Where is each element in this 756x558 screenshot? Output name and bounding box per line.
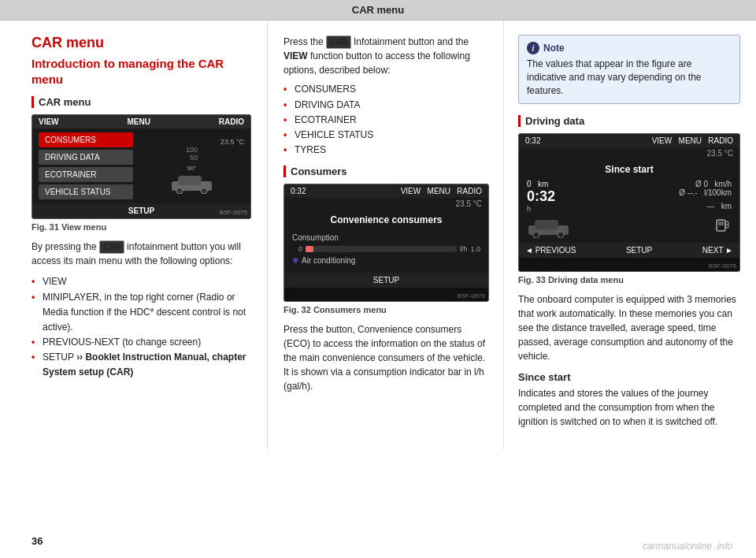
info-icon: i — [527, 42, 539, 54]
body-text-1: By pressing the CAR infotainment button … — [32, 240, 251, 268]
list-item: DRIVING DATA — [284, 98, 489, 113]
cons-content: Consumption 0 l/h 1.0 — [284, 229, 488, 273]
view-menu-screen: VIEW MENU RADIO CONSUMERS DRIVING DATA E… — [32, 114, 251, 219]
consumers-body: Press the button, Convenience consumers … — [284, 322, 489, 393]
options-list-middle: CONSUMERS DRIVING DATA ECOTRAINER VEHICL… — [284, 82, 489, 158]
list-item: MINIPLAYER, in the top right corner (Rad… — [32, 290, 251, 336]
fig32-text: Consumers menu — [313, 305, 387, 314]
cons-menu-labels: VIEW MENU RADIO — [401, 187, 482, 195]
bsf-label-fig31: B5F-0675 — [220, 209, 247, 216]
cons-title: Convenience consumers — [284, 210, 488, 229]
screen-topbar: VIEW MENU RADIO — [32, 115, 250, 128]
right-body-1: The onboard computer is equipped with 3 … — [518, 292, 740, 363]
screen-menu-area: CONSUMERS DRIVING DATA ECOTRAINER VEHICL… — [32, 128, 250, 203]
setup-label-consumers: SETUP — [373, 276, 399, 285]
drv-stats: 0 km 0:32 h Ø 0 km/h Ø --.- l/100km --- … — [527, 180, 732, 213]
drv-right-stats: Ø 0 km/h Ø --.- l/100km --- km — [679, 180, 732, 213]
drv-time-big: 0:32 — [527, 188, 555, 205]
fig33-text: Driving data menu — [548, 275, 624, 285]
drv-fuel-indicator — [714, 218, 732, 236]
drv-car-silhouette-icon — [527, 216, 570, 238]
watermark: carmanualonline .info — [643, 541, 732, 552]
right-column: i Note The values that appear in the fig… — [504, 20, 756, 449]
left-column: CAR menu Introduction to managing the CA… — [0, 20, 268, 449]
drv-bottom: ◄ PREVIOUS SETUP NEXT ► — [519, 243, 739, 258]
consumers-btn[interactable]: CONSUMERS — [39, 132, 133, 147]
section-label-car-menu: CAR menu — [32, 96, 251, 108]
svg-point-6 — [533, 232, 539, 238]
drv-time: 0:32 — [525, 136, 540, 145]
list-item: VEHICLE STATUS — [284, 128, 489, 143]
since-start-body: Indicates and stores the values of the j… — [518, 386, 740, 429]
cons-bottom: SETUP — [284, 273, 488, 288]
drv-setup[interactable]: SETUP — [626, 246, 652, 255]
drv-avg-speed: Ø 0 km/h — [679, 180, 732, 188]
cons-topbar: 0:32 VIEW MENU RADIO — [284, 184, 488, 198]
svg-point-2 — [176, 188, 183, 194]
view-menu-screen-wrapper: VIEW MENU RADIO CONSUMERS DRIVING DATA E… — [32, 114, 251, 219]
middle-column: Press the CAR Infotainment button and th… — [268, 20, 504, 449]
driving-screen: 0:32 VIEW MENU RADIO 23.5 °C Since start… — [518, 133, 740, 272]
ecotrainer-btn[interactable]: ECOTRAINER — [39, 167, 133, 182]
setup-booklet-link: ›› Booklet Instruction Manual, chapter S… — [43, 352, 246, 378]
driving-data-section-label: Driving data — [518, 115, 740, 127]
note-text: The values that appear in the figure are… — [527, 58, 732, 97]
fig33-label: Fig. 33 Driving data menu — [518, 275, 740, 285]
fig31-text: View menu — [61, 222, 106, 232]
air-conditioning-label: Air conditioning — [302, 256, 355, 265]
car-silhouette-icon — [170, 172, 213, 194]
driving-screen-wrapper: 0:32 VIEW MENU RADIO 23.5 °C Since start… — [518, 133, 740, 272]
car-badge-middle: CAR — [326, 35, 351, 49]
cons-bar-row: 0 l/h 1.0 — [292, 245, 480, 253]
top-bar-title: CAR menu — [352, 4, 404, 16]
screen-view-label: VIEW — [39, 117, 59, 126]
screen-radio-label: RADIO — [219, 117, 244, 126]
top-bar: CAR menu — [0, 0, 756, 20]
cons-bar-fill — [306, 246, 313, 252]
fuel-icon — [714, 218, 732, 235]
bsf-label-fig33: B5F-0676 — [709, 262, 736, 270]
cons-air-row: ❄ Air conditioning — [292, 256, 480, 265]
fig32-label: Fig. 32 Consumers menu — [284, 305, 489, 314]
snowflake-icon: ❄ — [292, 256, 298, 265]
cons-temp: 23.5 °C — [456, 199, 482, 208]
svg-point-3 — [201, 188, 207, 194]
drv-h-label: h — [527, 205, 555, 213]
consumers-screen: 0:32 VIEW MENU RADIO 23.5 °C Convenience… — [284, 184, 489, 302]
drv-prev[interactable]: ◄ PREVIOUS — [525, 246, 576, 255]
svg-rect-5 — [535, 220, 558, 229]
drv-car-row — [527, 216, 732, 238]
screen-setup-label: SETUP — [32, 203, 250, 218]
note-title: Note — [543, 43, 565, 54]
list-item: PREVIOUS-NEXT (to change screen) — [32, 335, 251, 350]
vehicle-status-btn[interactable]: VEHICLE STATUS — [39, 184, 133, 199]
consumers-section-label: Consumers — [284, 166, 489, 177]
menu-buttons: CONSUMERS DRIVING DATA ECOTRAINER VEHICL… — [39, 132, 133, 199]
content-area: CAR menu Introduction to managing the CA… — [0, 20, 756, 449]
list-item: SETUP ›› Booklet Instruction Manual, cha… — [32, 350, 251, 380]
consumption-label: Consumption — [292, 233, 339, 242]
since-start-section: Since start Indicates and stores the val… — [518, 371, 740, 429]
driving-data-btn[interactable]: DRIVING DATA — [39, 150, 133, 165]
drv-content: Since start 0 km 0:32 h Ø 0 km/h Ø --.- … — [519, 159, 739, 243]
view-function-label: VIEW — [284, 50, 308, 61]
fig31-label: Fig. 31 View menu — [32, 222, 251, 232]
svg-rect-1 — [178, 176, 202, 185]
cons-bar-min: 0 — [298, 245, 302, 253]
cons-row-label: Consumption — [292, 233, 480, 242]
drv-next[interactable]: NEXT ► — [702, 246, 733, 255]
consumers-screen-wrapper: 0:32 VIEW MENU RADIO 23.5 °C Convenience… — [284, 184, 489, 302]
cons-bar-unit: l/h — [460, 245, 468, 253]
list-item: CONSUMERS — [284, 82, 489, 97]
cons-bar-container: 0 l/h 1.0 — [298, 245, 480, 253]
screen-menu-label: MENU — [127, 117, 150, 126]
car-badge-inline: CAR — [99, 240, 124, 254]
note-header: i Note — [527, 42, 732, 54]
drv-topbar: 0:32 VIEW MENU RADIO — [519, 134, 739, 147]
page-number: 36 — [32, 535, 43, 547]
since-start-title: Since start — [518, 371, 740, 383]
screen-right-area: 23.5 °C 10050 90° — [133, 132, 244, 199]
cons-bar-bg — [306, 246, 457, 252]
option-list: VIEW MINIPLAYER, in the top right corner… — [32, 274, 251, 380]
svg-rect-9 — [718, 221, 724, 225]
